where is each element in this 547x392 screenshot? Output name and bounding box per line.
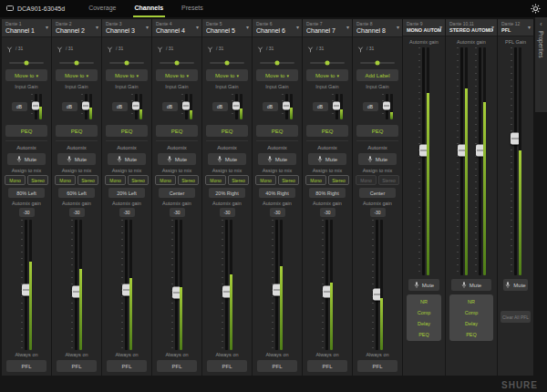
- lobe-slider[interactable]: [59, 62, 94, 64]
- chevron-down-icon[interactable]: ▾: [491, 24, 494, 30]
- input-gain-fader[interactable]: [35, 94, 37, 119]
- device-selector[interactable]: DCA901-63045d: [6, 0, 65, 17]
- pan-value[interactable]: 80% Right: [309, 188, 346, 198]
- pfl-button[interactable]: PFL: [6, 360, 46, 372]
- input-gain-value[interactable]: dB: [62, 102, 77, 111]
- channel-fader[interactable]: [25, 220, 27, 350]
- peq-button[interactable]: PEQ: [5, 125, 47, 137]
- input-gain-value[interactable]: dB: [363, 102, 378, 111]
- lobe-slider[interactable]: [360, 62, 395, 64]
- chevron-down-icon[interactable]: ▾: [146, 24, 149, 30]
- pan-value[interactable]: 80% Left: [8, 188, 45, 198]
- stereo-button[interactable]: Stereo: [328, 175, 349, 185]
- pfl-button[interactable]: PFL: [157, 360, 197, 372]
- output-header[interactable]: Dante 9 MONO AUTOMIX ▾: [403, 19, 445, 36]
- peq-button[interactable]: PEQ: [56, 125, 98, 137]
- mute-button[interactable]: Mute: [258, 153, 296, 165]
- channel-header[interactable]: Dante 2 Channel 2 ▾: [52, 19, 101, 37]
- lobe-slider[interactable]: [9, 62, 44, 64]
- nr-button[interactable]: NR: [451, 296, 491, 306]
- mute-button[interactable]: Mute: [308, 153, 346, 165]
- delay-button[interactable]: Delay: [408, 318, 439, 328]
- mute-button[interactable]: Mute: [208, 153, 246, 165]
- chevron-down-icon[interactable]: ▾: [397, 24, 399, 30]
- input-gain-fader[interactable]: [135, 94, 138, 119]
- tab-presets[interactable]: Presets: [180, 0, 205, 17]
- output-header[interactable]: Dante 12 PFL ▾: [498, 19, 533, 36]
- settings-gear-icon[interactable]: [531, 0, 541, 17]
- stereo-left-fader[interactable]: [460, 47, 463, 275]
- automix-gain-value[interactable]: -30: [119, 208, 135, 217]
- mono-button[interactable]: Mono: [155, 175, 176, 185]
- stereo-button[interactable]: Stereo: [228, 175, 249, 185]
- lobe-dot[interactable]: [25, 61, 29, 66]
- fader-handle[interactable]: [383, 101, 390, 109]
- fader-handle[interactable]: [32, 101, 39, 109]
- input-gain-value[interactable]: dB: [162, 102, 178, 111]
- mute-button[interactable]: Mute: [451, 279, 491, 291]
- mute-button[interactable]: Mute: [503, 279, 528, 291]
- pfl-button[interactable]: PFL: [57, 360, 97, 372]
- channel-header[interactable]: Dante 4 Channel 4 ▾: [152, 19, 201, 37]
- mono-button[interactable]: Mono: [205, 175, 226, 185]
- lobe-slider[interactable]: [210, 62, 244, 64]
- lobe-slider[interactable]: [260, 62, 294, 64]
- peq-button[interactable]: PEQ: [451, 329, 491, 339]
- comp-button[interactable]: Comp: [408, 307, 439, 317]
- automix-gain-value[interactable]: -30: [270, 208, 285, 217]
- chevron-down-icon[interactable]: ▾: [46, 24, 48, 30]
- mute-button[interactable]: Mute: [408, 279, 439, 291]
- automix-gain-value[interactable]: -30: [19, 208, 35, 217]
- channel-header[interactable]: Dante 1 Channel 1 ▾: [2, 19, 51, 37]
- peq-button[interactable]: PEQ: [408, 329, 439, 339]
- input-gain-fader[interactable]: [85, 94, 88, 119]
- lobe-dot[interactable]: [376, 61, 380, 66]
- peq-button[interactable]: PEQ: [256, 125, 298, 137]
- pfl-button[interactable]: PFL: [107, 360, 147, 372]
- comp-button[interactable]: Comp: [451, 307, 491, 317]
- mute-button[interactable]: Mute: [108, 153, 146, 165]
- lobe-dot[interactable]: [175, 61, 180, 66]
- chevron-down-icon[interactable]: ▾: [246, 24, 249, 30]
- output-header[interactable]: Dante 10,11 STEREO AUTOMIX ▾: [446, 19, 497, 36]
- pan-value[interactable]: 40% Right: [259, 188, 295, 198]
- input-gain-value[interactable]: dB: [313, 102, 328, 111]
- mono-button[interactable]: Mono: [55, 175, 76, 185]
- fader-handle[interactable]: [132, 101, 139, 109]
- chevron-down-icon[interactable]: ▾: [346, 24, 349, 30]
- pan-value[interactable]: 20% Left: [108, 188, 145, 198]
- chevron-down-icon[interactable]: ▾: [439, 24, 442, 30]
- mono-button[interactable]: Mono: [105, 175, 126, 185]
- tab-coverage[interactable]: Coverage: [87, 0, 118, 17]
- channel-fader[interactable]: [75, 220, 77, 350]
- pfl-fader[interactable]: [514, 47, 517, 275]
- mono-button[interactable]: Mono: [255, 175, 276, 185]
- stereo-right-fader[interactable]: [479, 47, 481, 275]
- chevron-down-icon[interactable]: ▾: [528, 24, 531, 30]
- lobe-dot[interactable]: [225, 61, 230, 66]
- chevron-down-icon[interactable]: ▾: [196, 24, 199, 30]
- automix-gain-value[interactable]: -30: [370, 208, 386, 217]
- fader-handle[interactable]: [182, 101, 190, 109]
- fader-handle[interactable]: [232, 101, 240, 109]
- mono-button[interactable]: Mono: [356, 175, 377, 185]
- stereo-button[interactable]: Stereo: [178, 175, 199, 185]
- pan-value[interactable]: Center: [159, 188, 195, 198]
- stereo-button[interactable]: Stereo: [378, 175, 399, 185]
- clear-all-pfl-button[interactable]: Clear All PFL: [501, 311, 531, 323]
- stereo-button[interactable]: Stereo: [77, 175, 98, 185]
- mute-button[interactable]: Mute: [358, 153, 397, 165]
- pan-value[interactable]: Center: [359, 188, 396, 198]
- channel-fader[interactable]: [275, 220, 278, 350]
- tab-channels[interactable]: Channels: [133, 0, 166, 17]
- stereo-button[interactable]: Stereo: [27, 175, 48, 185]
- lobe-dot[interactable]: [75, 61, 79, 66]
- move-to-button[interactable]: Move to ▾: [56, 69, 98, 81]
- mono-output-fader[interactable]: [422, 47, 425, 275]
- input-gain-value[interactable]: dB: [112, 102, 128, 111]
- channel-header[interactable]: Dante 6 Channel 6 ▾: [253, 19, 302, 37]
- nr-button[interactable]: NR: [408, 296, 439, 306]
- pfl-button[interactable]: PFL: [257, 360, 297, 372]
- channel-header[interactable]: Dante 8 Channel 8 ▾: [353, 19, 402, 37]
- input-gain-fader[interactable]: [185, 94, 188, 119]
